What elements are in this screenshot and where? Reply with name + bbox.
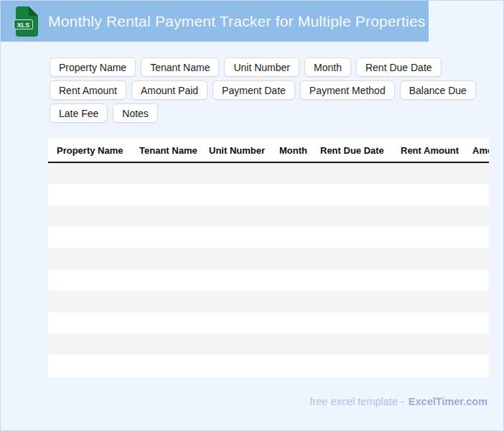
table-cell (312, 162, 392, 184)
table-cell (392, 269, 464, 291)
table-header-row: Property NameTenant NameUnit NumberMonth… (48, 139, 489, 162)
table-cell (131, 333, 200, 355)
table-cell (392, 312, 464, 334)
table-cell (48, 312, 131, 334)
table-cell (392, 205, 464, 227)
file-label-text: XLS (17, 21, 30, 28)
table-cell (312, 184, 392, 205)
table-cell (48, 205, 131, 227)
table-cell (392, 333, 464, 355)
table-row (48, 226, 489, 248)
file-fold (29, 6, 38, 16)
table-cell (48, 226, 131, 248)
table-cell (271, 291, 312, 312)
table-row (48, 312, 489, 334)
table-cell (200, 162, 271, 184)
field-chip-payment-date[interactable]: Payment Date (213, 80, 295, 100)
table-cell (392, 162, 464, 184)
table-cell (48, 248, 131, 269)
table-cell (200, 184, 271, 205)
table-cell (131, 162, 200, 184)
table-row (48, 248, 489, 269)
table-cell (392, 291, 464, 312)
table-cell (200, 312, 271, 334)
field-chip-notes[interactable]: Notes (113, 103, 158, 123)
table-cell (312, 355, 392, 376)
table-cell (271, 226, 312, 248)
column-header-unit-number: Unit Number (200, 139, 271, 162)
table-cell (271, 269, 312, 291)
table-row (48, 269, 489, 291)
table-cell (392, 226, 464, 248)
field-chip-unit-number[interactable]: Unit Number (224, 57, 299, 77)
field-chip-balance-due[interactable]: Balance Due (400, 80, 476, 100)
table-cell (48, 162, 131, 184)
table-cell (131, 312, 200, 334)
table-cell (200, 355, 271, 376)
field-chip-payment-method[interactable]: Payment Method (300, 80, 395, 100)
table-cell (200, 269, 271, 291)
table-cell (48, 333, 131, 355)
table-cell (48, 184, 131, 205)
table-cell (464, 355, 489, 376)
field-chip-month[interactable]: Month (304, 57, 351, 77)
table-cell (464, 205, 489, 227)
table-cell (464, 248, 489, 269)
table-cell (200, 205, 271, 227)
field-chip-property-name[interactable]: Property Name (50, 57, 136, 77)
table-cell (312, 312, 392, 334)
table-row (48, 291, 489, 312)
column-header-rent-amount: Rent Amount (392, 139, 464, 162)
table-row (48, 205, 489, 227)
table-cell (312, 205, 392, 227)
table-cell (271, 333, 312, 355)
header-bar: XLS Monthly Rental Payment Tracker for M… (1, 1, 429, 42)
footer-credit: free excel template -ExcelTimer.com (309, 396, 487, 407)
table-cell (200, 248, 271, 269)
table-cell (200, 291, 271, 312)
column-header-month: Month (271, 139, 312, 162)
table-cell (131, 291, 200, 312)
table-cell (48, 291, 131, 312)
table-cell (200, 333, 271, 355)
table-cell (312, 291, 392, 312)
field-chip-tenant-name[interactable]: Tenant Name (141, 57, 219, 77)
table-row (48, 162, 489, 184)
column-header-amount-paid: Amount Paid (464, 139, 489, 162)
table-cell (312, 333, 392, 355)
table-cell (392, 248, 464, 269)
table-row (48, 355, 489, 376)
table-cell (312, 269, 392, 291)
table-cell (131, 226, 200, 248)
table-cell (271, 355, 312, 376)
field-chip-rent-due-date[interactable]: Rent Due Date (356, 57, 442, 77)
table-body (48, 162, 489, 376)
field-chip-rent-amount[interactable]: Rent Amount (50, 80, 126, 100)
table-cell (392, 184, 464, 205)
table-cell (312, 248, 392, 269)
table-cell (271, 162, 312, 184)
page-title: Monthly Rental Payment Tracker for Multi… (48, 13, 426, 30)
field-chip-amount-paid[interactable]: Amount Paid (131, 80, 207, 100)
table-cell (464, 226, 489, 248)
table-cell (131, 269, 200, 291)
tracker-table: Property NameTenant NameUnit NumberMonth… (48, 139, 489, 376)
table-cell (392, 355, 464, 376)
footer-label: free excel template - (309, 396, 403, 407)
table-cell (464, 291, 489, 312)
table-cell (271, 184, 312, 205)
field-chips: Property NameTenant NameUnit NumberMonth… (50, 57, 480, 123)
table-cell (271, 205, 312, 227)
column-header-rent-due-date: Rent Due Date (312, 139, 392, 162)
table-cell (131, 205, 200, 227)
field-chip-late-fee[interactable]: Late Fee (50, 103, 108, 123)
tracker-table-container: Property NameTenant NameUnit NumberMonth… (48, 139, 489, 377)
table-cell (200, 226, 271, 248)
table-cell (48, 269, 131, 291)
page: XLS Monthly Rental Payment Tracker for M… (0, 0, 504, 431)
table-cell (464, 184, 489, 205)
xls-file-icon: XLS (14, 6, 38, 37)
table-cell (464, 269, 489, 291)
table-cell (48, 355, 131, 376)
footer-brand-link[interactable]: ExcelTimer.com (409, 396, 487, 407)
